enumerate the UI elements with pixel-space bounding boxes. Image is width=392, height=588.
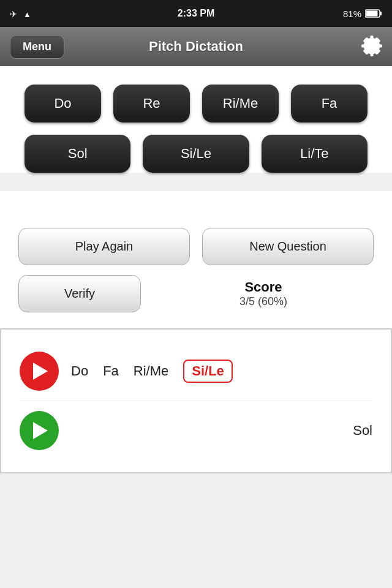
status-left bbox=[10, 9, 30, 19]
score-area: Score 3/5 (60%) bbox=[153, 279, 374, 308]
settings-button[interactable] bbox=[361, 36, 382, 58]
note-row-2: Sol Si/Le Li/Te bbox=[24, 135, 368, 173]
status-right: 81% bbox=[343, 9, 382, 19]
wifi-icon bbox=[23, 9, 30, 19]
new-question-button[interactable]: New Question bbox=[202, 228, 374, 265]
nav-title: Pitch Dictation bbox=[149, 39, 243, 55]
note-btn-li-te[interactable]: Li/Te bbox=[262, 135, 368, 173]
play-again-button[interactable]: Play Again bbox=[18, 228, 190, 265]
score-label: Score bbox=[244, 279, 282, 295]
spacer bbox=[0, 191, 392, 228]
score-value: 3/5 (60%) bbox=[239, 295, 287, 308]
review-note-do: Do bbox=[71, 363, 88, 379]
airplane-icon bbox=[10, 9, 17, 19]
verify-button[interactable]: Verify bbox=[18, 275, 141, 312]
review-section: Do Fa Ri/Me Si/Le Sol bbox=[0, 328, 392, 473]
nav-bar: Menu Pitch Dictation bbox=[0, 27, 392, 66]
review-notes-2: Sol bbox=[71, 423, 372, 439]
note-btn-si-le[interactable]: Si/Le bbox=[143, 135, 249, 173]
battery-icon bbox=[365, 9, 382, 18]
action-row-top: Play Again New Question bbox=[18, 228, 374, 265]
play-triangle-icon bbox=[33, 363, 48, 380]
note-btn-do[interactable]: Do bbox=[24, 85, 101, 123]
play-button-red[interactable] bbox=[20, 352, 59, 391]
main-content: Do Re Ri/Me Fa Sol Si/Le Li/Te bbox=[0, 66, 392, 173]
svg-rect-1 bbox=[380, 12, 382, 15]
note-grid: Do Re Ri/Me Fa Sol Si/Le Li/Te bbox=[24, 85, 368, 173]
status-time: 2:33 PM bbox=[178, 8, 214, 19]
note-btn-sol[interactable]: Sol bbox=[24, 135, 130, 173]
menu-button[interactable]: Menu bbox=[10, 35, 64, 59]
svg-rect-2 bbox=[366, 11, 378, 17]
review-note-fa: Fa bbox=[103, 363, 119, 379]
note-btn-ri-me[interactable]: Ri/Me bbox=[202, 85, 279, 123]
review-notes-1: Do Fa Ri/Me Si/Le bbox=[71, 360, 372, 383]
review-note-sol: Sol bbox=[353, 423, 372, 439]
note-btn-fa[interactable]: Fa bbox=[291, 85, 368, 123]
play-triangle-icon-2 bbox=[33, 422, 48, 439]
play-button-green[interactable] bbox=[20, 411, 59, 450]
note-row-1: Do Re Ri/Me Fa bbox=[24, 85, 368, 123]
note-btn-re[interactable]: Re bbox=[113, 85, 190, 123]
review-row-2: Sol bbox=[20, 401, 372, 460]
action-area: Play Again New Question Verify Score 3/5… bbox=[0, 228, 392, 328]
status-bar: 2:33 PM 81% bbox=[0, 0, 392, 27]
verify-row: Verify Score 3/5 (60%) bbox=[18, 275, 374, 312]
review-note-si-le-highlight: Si/Le bbox=[183, 360, 233, 383]
battery-percent: 81% bbox=[343, 9, 361, 19]
review-note-ri-me: Ri/Me bbox=[134, 363, 168, 379]
review-row-1: Do Fa Ri/Me Si/Le bbox=[20, 342, 372, 401]
gear-icon bbox=[361, 36, 382, 56]
